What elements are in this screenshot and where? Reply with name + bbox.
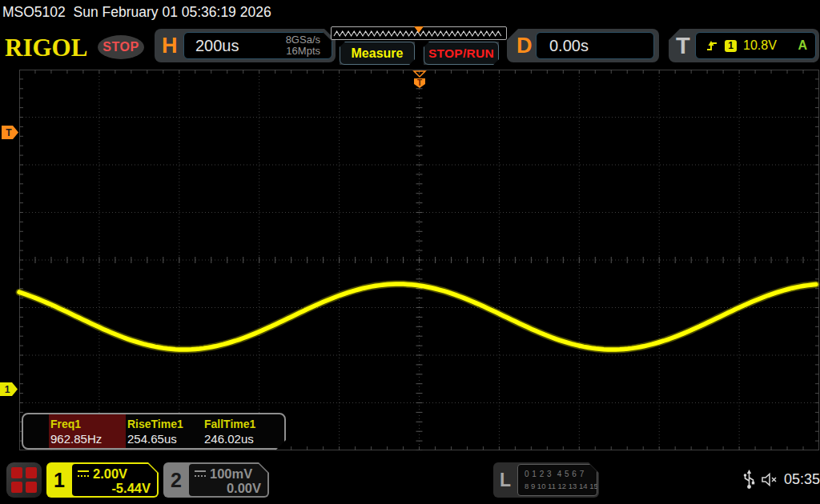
horizontal-label: H <box>162 29 178 62</box>
channel1-number: 1 <box>46 462 72 498</box>
title-bar: MSO5102 Sun February 01 05:36:19 2026 <box>0 0 820 26</box>
menu-square <box>11 467 22 478</box>
ch1-position-marker[interactable]: 1 <box>0 382 19 398</box>
svg-text:1: 1 <box>5 384 10 395</box>
rising-edge-icon <box>705 40 718 52</box>
trigger-level-marker[interactable]: T <box>1 125 20 141</box>
menu-square <box>11 482 22 493</box>
measurement-label: RiseTime1 <box>127 418 203 430</box>
logic-row2: 8 9 10 11 12 13 14 15 <box>525 482 598 490</box>
measurement-value: 254.65us <box>127 432 203 446</box>
trigger-source-badge: 1 <box>725 40 737 52</box>
run-state-badge: STOP <box>98 35 144 59</box>
channel2-number: 2 <box>163 462 189 498</box>
horizontal-panel[interactable]: H 200us 8GSa/s 16Mpts <box>155 29 336 62</box>
svg-text:T: T <box>417 78 422 87</box>
ch1-waveform-glow <box>19 284 816 350</box>
sample-rate: 8GSa/s <box>286 34 320 46</box>
measurement-label: Freq1 <box>50 418 126 430</box>
channel1-offset: -5.44V <box>78 481 151 496</box>
timebase-value: 200us <box>184 37 286 55</box>
trigger-level-value: 10.8V <box>743 38 791 53</box>
logic-analyzer-label: L <box>493 462 517 498</box>
system-title: MSO5102 Sun February 01 05:36:19 2026 <box>2 4 271 21</box>
channel1-block[interactable]: 1 2.00V -5.44V <box>46 462 159 498</box>
rigol-logo: RIGOL <box>5 34 87 62</box>
delay-value: 0.00s <box>537 37 589 55</box>
channel2-offset: 0.00V <box>195 481 261 496</box>
overview-position-icon[interactable] <box>414 26 424 33</box>
trigger-position-marker[interactable]: T <box>412 70 428 89</box>
trigger-panel[interactable]: T 1 10.8V A <box>669 29 819 62</box>
trigger-label: T <box>676 29 690 62</box>
oscilloscope-screen: MSO5102 Sun February 01 05:36:19 2026 RI… <box>0 0 820 504</box>
speaker-muted-icon <box>761 472 780 487</box>
channel1-scale: 2.00V <box>93 466 127 481</box>
measurement-value: 962.85Hz <box>50 432 126 446</box>
trigger-mode: A <box>798 38 807 53</box>
memory-depth: 16Mpts <box>286 45 320 57</box>
menu-square <box>26 467 37 478</box>
status-clock: 05:35 <box>784 471 820 488</box>
measurement-risetime1[interactable]: RiseTime1 254.65us <box>126 414 203 448</box>
channel2-block[interactable]: 2 100mV 0.00V <box>163 462 269 498</box>
svg-text:T: T <box>6 127 12 138</box>
measurement-panel: Freq1 962.85Hz RiseTime1 254.65us FallTi… <box>22 413 286 450</box>
measurement-label: FallTime1 <box>204 418 279 430</box>
menu-square <box>26 482 37 493</box>
channel2-scale: 100mV <box>210 466 252 481</box>
menu-grid-button[interactable] <box>6 462 42 498</box>
measurement-freq1[interactable]: Freq1 962.85Hz <box>49 414 126 448</box>
channel1-settings: 2.00V -5.44V <box>72 464 157 496</box>
trigger-box[interactable]: 1 10.8V A <box>695 32 816 59</box>
measurement-value: 246.02us <box>204 432 279 446</box>
acquisition-info: 8GSa/s 16Mpts <box>286 34 332 57</box>
delay-label: D <box>517 29 533 62</box>
timebase-box[interactable]: 200us 8GSa/s 16Mpts <box>183 32 332 59</box>
usb-icon <box>743 470 755 490</box>
delay-panel[interactable]: D 0.00s <box>507 29 659 62</box>
logic-analyzer-block[interactable]: L 0 1 2 3 4 5 6 78 9 10 11 12 13 14 15 <box>493 462 599 498</box>
dc-coupling-icon <box>195 470 206 477</box>
channel2-settings: 100mV 0.00V <box>189 464 267 496</box>
logic-row1: 0 1 2 3 4 5 6 7 <box>525 470 585 478</box>
delay-box[interactable]: 0.00s <box>536 32 654 59</box>
waveform-display <box>0 70 820 450</box>
measure-button[interactable]: Measure <box>340 42 415 65</box>
logic-channel-list: 0 1 2 3 4 5 6 78 9 10 11 12 13 14 15 <box>517 464 597 496</box>
measurement-falltime1[interactable]: FallTime1 246.02us <box>203 414 279 448</box>
stop-run-button[interactable]: STOP/RUN <box>424 42 499 65</box>
dc-coupling-icon <box>78 470 89 477</box>
